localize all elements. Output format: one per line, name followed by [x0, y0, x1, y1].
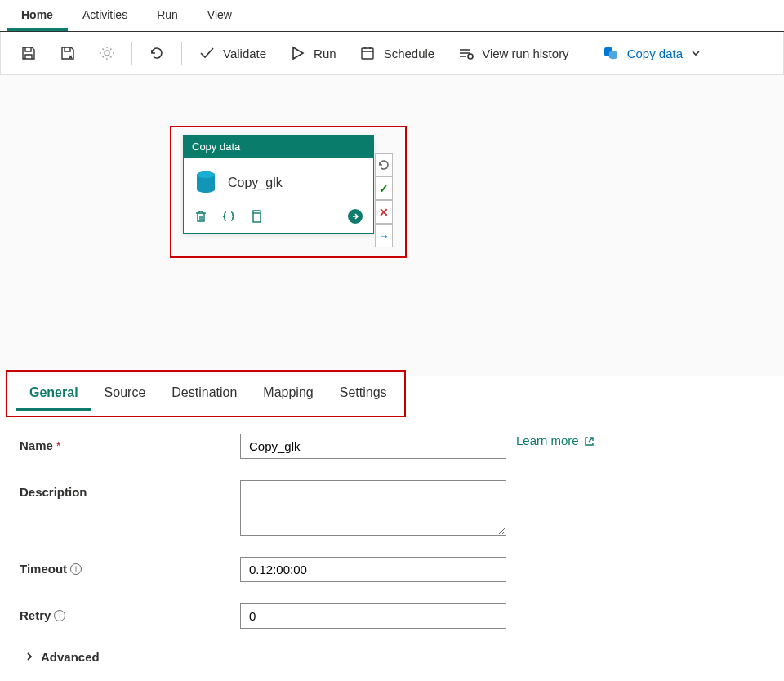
copy-data-icon — [603, 45, 619, 61]
save-as-icon — [60, 45, 76, 61]
toolbar-separator — [181, 42, 182, 65]
highlight-annotation — [6, 370, 406, 417]
play-icon — [289, 45, 305, 61]
validate-label: Validate — [223, 47, 266, 60]
menu-activities[interactable]: Activities — [68, 0, 142, 31]
save-as-button[interactable] — [48, 38, 87, 68]
calendar-icon — [359, 45, 376, 61]
toolbar: Validate Run Schedule View run history C… — [0, 32, 784, 75]
svg-rect-7 — [253, 213, 261, 222]
activity-body: Copy_glk — [184, 158, 373, 203]
timeout-input[interactable] — [240, 557, 506, 582]
menu-run[interactable]: Run — [142, 0, 193, 31]
run-activity-button[interactable] — [347, 208, 363, 225]
learn-more-link[interactable]: Learn more — [516, 434, 595, 447]
general-form: Name* Learn more Description Timeout i R… — [0, 411, 784, 664]
history-icon — [457, 45, 474, 61]
description-input[interactable] — [240, 480, 506, 536]
connector-success[interactable]: ✓ — [375, 176, 393, 200]
view-run-history-label: View run history — [482, 47, 568, 60]
check-icon — [198, 45, 215, 61]
activity-card-copy-data[interactable]: Copy data Copy_glk — [183, 135, 374, 234]
validate-button[interactable]: Validate — [187, 38, 278, 68]
connector-completion[interactable]: → — [375, 224, 393, 247]
undo-button[interactable] — [137, 38, 176, 68]
properties-tabs-wrap: General Source Destination Mapping Setti… — [0, 376, 784, 411]
copy-activity-button[interactable] — [249, 209, 264, 224]
info-icon[interactable]: i — [54, 610, 65, 621]
view-run-history-button[interactable]: View run history — [446, 38, 580, 68]
toolbar-separator — [131, 42, 132, 65]
advanced-label: Advanced — [41, 650, 100, 664]
info-icon[interactable]: i — [70, 563, 82, 575]
run-label: Run — [314, 47, 336, 60]
required-mark: * — [56, 438, 61, 452]
retry-input[interactable] — [240, 603, 506, 629]
chevron-right-icon — [24, 650, 34, 664]
svg-point-2 — [468, 54, 473, 59]
menu-home[interactable]: Home — [7, 0, 68, 31]
activity-footer — [184, 203, 373, 233]
description-label: Description — [20, 480, 240, 499]
activity-connectors: ✓ ✕ → — [375, 153, 393, 247]
schedule-button[interactable]: Schedule — [348, 38, 447, 68]
name-input[interactable] — [240, 434, 506, 459]
save-icon — [20, 45, 37, 61]
external-link-icon — [584, 435, 595, 446]
retry-label: Retry i — [20, 603, 240, 622]
copy-data-label: Copy data — [627, 47, 683, 60]
save-button[interactable] — [9, 38, 48, 68]
gear-icon — [99, 45, 115, 61]
menubar: Home Activities Run View — [0, 0, 784, 32]
svg-rect-1 — [362, 48, 373, 59]
advanced-toggle[interactable]: Advanced — [20, 650, 764, 664]
activity-name: Copy_glk — [228, 176, 283, 190]
toolbar-separator — [586, 42, 586, 65]
connector-retry[interactable] — [375, 153, 393, 176]
pipeline-canvas[interactable]: Copy data Copy_glk — [0, 75, 784, 376]
name-label: Name* — [20, 434, 240, 452]
svg-point-6 — [197, 171, 215, 178]
copy-data-dropdown[interactable]: Copy data — [591, 38, 712, 68]
run-button[interactable]: Run — [278, 38, 348, 68]
database-icon — [195, 171, 216, 195]
chevron-down-icon — [691, 47, 701, 60]
code-activity-button[interactable] — [221, 209, 236, 224]
delete-activity-button[interactable] — [194, 209, 208, 224]
undo-icon — [149, 45, 165, 61]
settings-button[interactable] — [87, 38, 127, 68]
svg-point-0 — [105, 51, 109, 56]
timeout-label: Timeout i — [20, 557, 240, 576]
connector-fail[interactable]: ✕ — [375, 200, 393, 224]
activity-type-header: Copy data — [184, 136, 373, 158]
menu-view[interactable]: View — [193, 0, 247, 31]
schedule-label: Schedule — [384, 47, 435, 60]
